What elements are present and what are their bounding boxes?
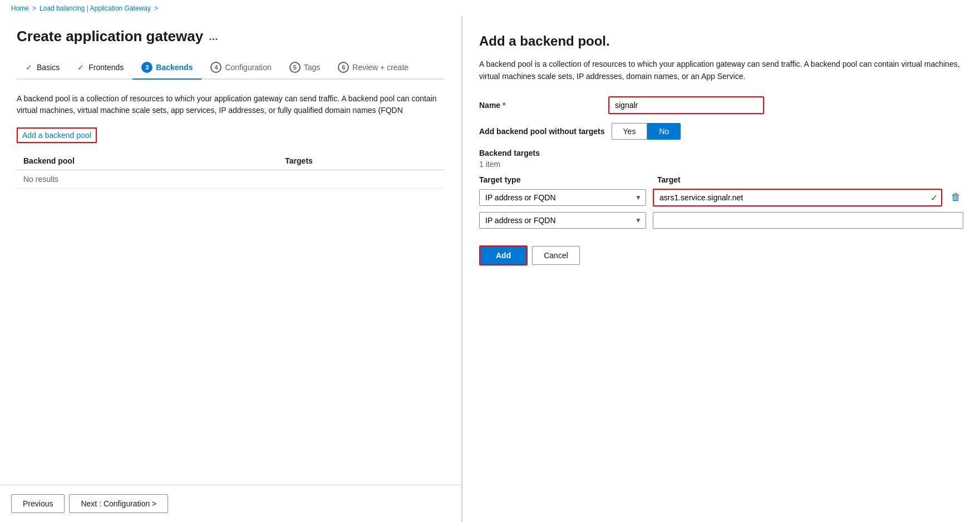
table-row: No results — [17, 170, 445, 189]
col-backend-pool: Backend pool — [17, 152, 278, 170]
toggle-yes[interactable]: Yes — [612, 123, 648, 140]
right-panel: Add a backend pool. A backend pool is a … — [462, 17, 980, 522]
target-type-select-2[interactable]: IP address or FQDN Virtual Machine VM Sc… — [479, 212, 646, 229]
cancel-button[interactable]: Cancel — [532, 246, 580, 265]
col-target-header: Target — [657, 175, 963, 184]
step-number: 6 — [338, 62, 349, 73]
name-input[interactable] — [608, 96, 764, 114]
delete-row-button-1[interactable]: 🗑 — [949, 189, 963, 205]
breadcrumb-home[interactable]: Home — [11, 4, 29, 12]
previous-button[interactable]: Previous — [11, 494, 65, 513]
target-column-headers: Target type Target — [479, 175, 963, 184]
item-count: 1 item — [479, 160, 963, 169]
backend-pool-table: Backend pool Targets No results — [17, 152, 445, 189]
breadcrumb: Home > Load balancing | Application Gate… — [0, 0, 980, 17]
toggle-row: Add backend pool without targets Yes No — [479, 123, 963, 140]
wizard-steps: ✓ Basics ✓ Frontends 3 Backends — [17, 56, 445, 80]
breadcrumb-sep2: > — [154, 4, 158, 12]
breadcrumb-sep1: > — [32, 4, 36, 12]
page-title: Create application gateway — [17, 28, 203, 45]
check-icon: ✓ — [930, 192, 938, 203]
target-input-2[interactable] — [653, 212, 963, 229]
col-targets: Targets — [278, 152, 445, 170]
step-configuration-label: Configuration — [225, 63, 271, 72]
target-input-wrapper-1: ✓ — [653, 189, 942, 206]
step-frontends[interactable]: ✓ Frontends — [68, 57, 132, 78]
step-backends-label: Backends — [156, 63, 193, 72]
next-button[interactable]: Next : Configuration > — [69, 494, 168, 513]
target-type-select-wrapper-2: IP address or FQDN Virtual Machine VM Sc… — [479, 212, 646, 229]
step-review-label: Review + create — [352, 63, 408, 72]
check-icon: ✓ — [26, 63, 32, 72]
check-icon: ✓ — [77, 63, 84, 72]
name-field-row: Name * — [479, 96, 963, 114]
action-buttons: Add Cancel — [479, 245, 963, 265]
col-type-header: Target type — [479, 175, 657, 184]
step-tags-label: Tags — [304, 63, 321, 72]
name-label: Name * — [479, 101, 602, 110]
target-input-1[interactable] — [653, 189, 942, 206]
target-type-select-1[interactable]: IP address or FQDN Virtual Machine VM Sc… — [479, 189, 646, 206]
step-basics[interactable]: ✓ Basics — [17, 57, 68, 78]
step-number: 4 — [210, 62, 221, 73]
step-review[interactable]: 6 Review + create — [329, 56, 417, 80]
target-row-2: IP address or FQDN Virtual Machine VM Sc… — [479, 212, 963, 229]
step-number: 3 — [141, 62, 152, 73]
add-backend-pool-link[interactable]: Add a backend pool — [17, 127, 97, 143]
step-number: 5 — [289, 62, 301, 73]
step-backends[interactable]: 3 Backends — [132, 56, 201, 80]
add-button[interactable]: Add — [479, 245, 528, 265]
step-tags[interactable]: 5 Tags — [280, 56, 329, 80]
target-row-1: IP address or FQDN Virtual Machine VM Sc… — [479, 189, 963, 206]
panel-description: A backend pool is a collection of resour… — [479, 58, 963, 83]
panel-title: Add a backend pool. — [479, 33, 963, 49]
step-basics-label: Basics — [37, 63, 60, 72]
more-options-button[interactable]: ... — [209, 30, 218, 43]
target-input-wrapper-2 — [653, 212, 963, 229]
bottom-navigation: Previous Next : Configuration > — [0, 485, 461, 522]
step-configuration[interactable]: 4 Configuration — [201, 56, 280, 80]
page-description: A backend pool is a collection of resour… — [17, 93, 445, 116]
required-indicator: * — [503, 101, 505, 110]
toggle-label: Add backend pool without targets — [479, 127, 605, 136]
step-frontends-label: Frontends — [88, 63, 124, 72]
backend-targets-label: Backend targets — [479, 149, 963, 157]
target-type-select-wrapper-1: IP address or FQDN Virtual Machine VM Sc… — [479, 189, 646, 206]
breadcrumb-load-balancing[interactable]: Load balancing | Application Gateway — [40, 4, 151, 12]
no-results-text: No results — [17, 170, 445, 189]
backend-targets-section: Backend targets 1 item Target type Targe… — [479, 149, 963, 229]
toggle-no[interactable]: No — [647, 123, 681, 140]
yes-no-toggle: Yes No — [612, 123, 681, 140]
